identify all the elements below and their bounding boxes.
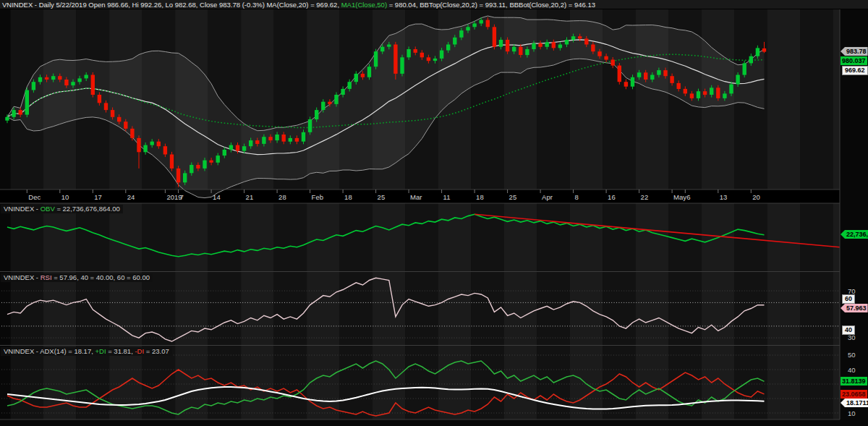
rsi-tick-30: 30 (848, 333, 856, 341)
obv-header-name: OBV (41, 205, 55, 213)
adx-tick-50: 50 (848, 351, 856, 359)
price-title-bar[interactable]: VNINDEX - Daily 5/22/2019 Open 986.66, H… (0, 0, 868, 9)
charting-app-window: Dec10172420197142128Feb1825Mar111825Apr8… (0, 0, 868, 426)
price-ma50-tag: 980.037 (841, 56, 867, 65)
adx-header[interactable]: VNINDEX - ADX(14) = 18.17, +DI = 31.81, … (1, 347, 172, 356)
adx-panel[interactable] (0, 346, 840, 419)
obv-header-value: = 22,736,676,864.00 (55, 205, 120, 213)
rsi-header-name: RSI (41, 273, 52, 281)
rsi-value-tag: 57.963 (841, 304, 868, 312)
adx-header-minus-di: -DI (135, 347, 144, 355)
adx-plus-di-tag: 31.8139 (841, 377, 867, 385)
rsi-panel[interactable] (0, 272, 840, 345)
rsi-60-tag: 60 (842, 294, 855, 304)
obv-value-tag: 22,736,67 (841, 230, 868, 239)
adx-minus-di-tag: 23.0658 (841, 390, 867, 399)
adx-tick-40: 40 (848, 366, 856, 374)
obv-header-prefix: VNINDEX - (4, 205, 41, 213)
rsi-header[interactable]: VNINDEX - RSI = 57.96, 40 = 40.00, 60 = … (1, 273, 153, 282)
adx-header-end: = 23.07 (144, 347, 169, 355)
price-title-ma50: MA1(Close,50) (341, 1, 387, 9)
obv-header[interactable]: VNINDEX - OBV = 22,736,676,864.00 (1, 205, 123, 213)
price-title-text: VNINDEX - Daily 5/22/2019 Open 986.66, H… (2, 1, 341, 9)
price-panel[interactable] (0, 9, 840, 189)
rsi-header-prefix: VNINDEX - (4, 273, 41, 281)
rsi-header-value: = 57.96, 40 = 40.00, 60 = 60.00 (52, 273, 150, 281)
adx-header-plus-di: +DI (95, 347, 106, 355)
obv-panel[interactable] (0, 203, 840, 271)
price-close-tag: 983.78 (841, 47, 868, 56)
price-title-bands: = 980.04, BBTop(Close,20,2) = 993.11, BB… (387, 1, 595, 9)
adx-value-tag: 18.1711 (841, 399, 868, 407)
adx-header-prefix: VNINDEX - ADX(14) = 18.17, (4, 347, 95, 355)
adx-tick-10: 10 (848, 409, 856, 417)
x-axis[interactable] (0, 189, 840, 203)
price-ma20-tag: 969.62 (842, 66, 868, 75)
adx-header-mid: = 31.81, (106, 347, 135, 355)
